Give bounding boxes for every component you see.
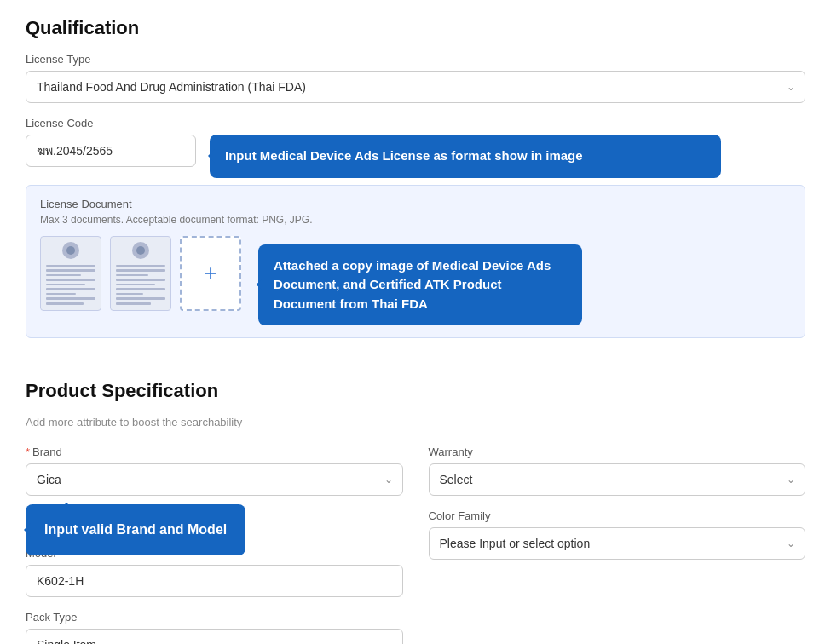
product-spec-subtitle: Add more attribute to boost the searchab…: [26, 416, 805, 428]
color-family-label: Color Family: [429, 509, 806, 522]
color-family-select[interactable]: Please Input or select option: [429, 527, 806, 560]
license-document-hint: Max 3 documents. Acceptable document for…: [40, 214, 791, 226]
pack-type-field: Pack Type Single Item ⌄: [26, 611, 403, 644]
doc-line: [46, 302, 84, 305]
doc-line: [116, 279, 165, 281]
right-column: Warranty Select ⌄ Color Family Please In…: [429, 446, 806, 644]
doc-line: [116, 284, 155, 286]
license-type-select-wrapper: Thailand Food And Drug Administration (T…: [26, 71, 805, 103]
license-type-label: License Type: [26, 53, 805, 66]
doc-line: [46, 293, 76, 296]
pack-type-select-wrapper: Single Item ⌄: [26, 629, 403, 644]
doc-line: [46, 279, 95, 281]
product-spec-section: Product Specification Add more attribute…: [26, 380, 805, 644]
doc-line: [46, 284, 85, 286]
license-code-field: License Code Input Medical Device Ads Li…: [26, 117, 805, 178]
left-column: *Brand Gica ⌄ Input valid Brand and Mode…: [26, 446, 403, 644]
doc-line: [46, 288, 95, 290]
brand-label: *Brand: [26, 446, 403, 458]
color-family-select-wrapper: Please Input or select option ⌄: [429, 527, 806, 560]
model-input[interactable]: [26, 565, 403, 597]
document-thumb-2: [110, 236, 171, 311]
doc-line: [116, 293, 143, 296]
doc-line: [116, 269, 165, 272]
license-code-tooltip: Input Medical Device Ads License as form…: [210, 135, 721, 178]
doc-line: [46, 274, 81, 277]
document-thumb-1: [40, 236, 101, 311]
doc-line: [116, 302, 151, 305]
add-document-button[interactable]: +: [180, 236, 241, 311]
doc-line: [116, 297, 165, 300]
brand-required-star: *: [26, 446, 30, 458]
product-spec-title: Product Specification: [26, 380, 805, 402]
brand-select[interactable]: Gica: [26, 463, 403, 496]
color-family-field: Color Family Please Input or select opti…: [429, 509, 806, 560]
license-code-label: License Code: [26, 117, 805, 129]
license-document-section: License Document Max 3 documents. Accept…: [26, 185, 805, 339]
license-document-label: License Document: [40, 198, 791, 210]
doc-line: [116, 265, 165, 267]
pack-type-select[interactable]: Single Item: [26, 629, 403, 644]
license-code-input[interactable]: [26, 135, 196, 167]
doc-line: [46, 297, 95, 300]
qualification-section: Qualification License Type Thailand Food…: [26, 17, 805, 338]
warranty-label: Warranty: [429, 446, 806, 458]
pack-type-label: Pack Type: [26, 611, 403, 624]
document-tooltip: Attached a copy image of Medical Device …: [258, 244, 582, 326]
warranty-field: Warranty Select ⌄: [429, 446, 806, 496]
doc-line: [116, 274, 148, 277]
brand-select-wrapper: Gica ⌄: [26, 463, 403, 496]
thumb-lines-1: [41, 237, 101, 310]
doc-line: [116, 288, 165, 290]
section-divider: [26, 359, 805, 359]
brand-field: *Brand Gica ⌄ Input valid Brand and Mode…: [26, 446, 403, 496]
doc-line: [46, 265, 95, 267]
doc-line: [46, 269, 95, 272]
warranty-select[interactable]: Select: [429, 463, 806, 496]
license-type-field: License Type Thailand Food And Drug Admi…: [26, 53, 805, 103]
qualification-title: Qualification: [26, 17, 805, 39]
brand-tooltip: Input valid Brand and Model: [26, 504, 245, 555]
document-thumbnails: +: [40, 236, 241, 311]
thumb-lines-2: [111, 237, 170, 310]
product-spec-grid: *Brand Gica ⌄ Input valid Brand and Mode…: [26, 446, 805, 644]
license-type-select[interactable]: Thailand Food And Drug Administration (T…: [26, 71, 805, 103]
warranty-select-wrapper: Select ⌄: [429, 463, 806, 496]
